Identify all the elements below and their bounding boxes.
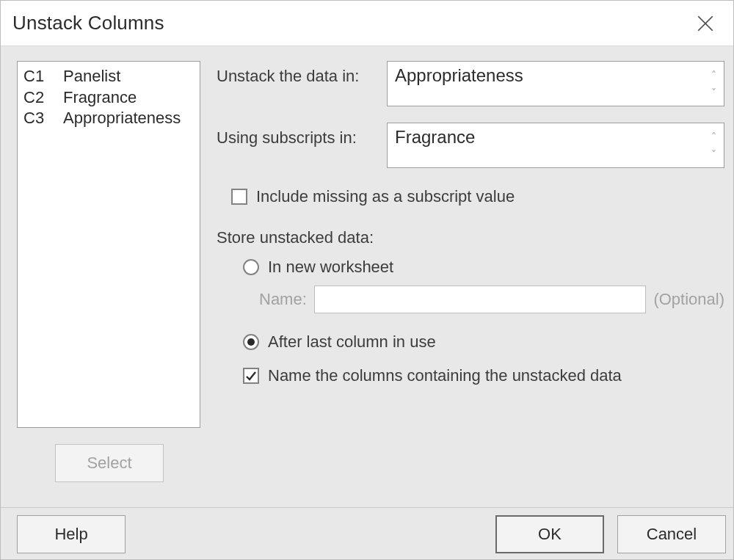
subscripts-value: Fragrance — [395, 127, 475, 147]
subscripts-row: Using subscripts in: Fragrance ˄ ˅ — [217, 123, 724, 168]
unstack-columns-dialog: Unstack Columns C1 Panelist C2 Fragrance — [0, 0, 734, 560]
column-list-item[interactable]: C1 Panelist — [23, 66, 194, 87]
optional-label: (Optional) — [653, 290, 724, 309]
unstack-input[interactable]: Appropriateness ˄ ˅ — [387, 61, 724, 106]
chevron-up-icon[interactable]: ˄ — [711, 70, 716, 80]
spinner-icon[interactable]: ˄ ˅ — [706, 65, 721, 103]
column-name: Panelist — [63, 66, 120, 87]
column-id: C2 — [23, 87, 50, 109]
name-label: Name: — [259, 290, 307, 309]
chevron-up-icon[interactable]: ˄ — [711, 131, 716, 142]
store-label: Store unstacked data: — [217, 228, 724, 247]
column-list[interactable]: C1 Panelist C2 Fragrance C3 Appropriaten… — [17, 61, 200, 428]
column-list-item[interactable]: C3 Appropriateness — [23, 108, 194, 129]
store-after-last-radio[interactable] — [243, 334, 259, 350]
subscripts-input[interactable]: Fragrance ˄ ˅ — [387, 123, 724, 168]
store-new-worksheet-row[interactable]: In new worksheet — [243, 258, 724, 277]
titlebar: Unstack Columns — [1, 1, 733, 46]
unstack-row: Unstack the data in: Appropriateness ˄ ˅ — [217, 61, 724, 106]
name-columns-row[interactable]: Name the columns containing the unstacke… — [243, 366, 724, 385]
store-after-last-row[interactable]: After last column in use — [243, 332, 724, 352]
spinner-icon[interactable]: ˄ ˅ — [706, 126, 721, 164]
column-name: Fragrance — [63, 87, 137, 109]
dialog-body: C1 Panelist C2 Fragrance C3 Appropriaten… — [1, 46, 733, 482]
new-worksheet-name-row: Name: (Optional) — [259, 286, 724, 313]
left-panel: C1 Panelist C2 Fragrance C3 Appropriaten… — [17, 61, 200, 482]
store-new-worksheet-label: In new worksheet — [268, 258, 393, 277]
store-new-worksheet-radio[interactable] — [243, 259, 259, 275]
chevron-down-icon[interactable]: ˅ — [711, 149, 716, 159]
name-columns-checkbox[interactable] — [243, 368, 259, 384]
unstack-label: Unstack the data in: — [217, 61, 379, 86]
subscripts-label: Using subscripts in: — [217, 123, 379, 148]
name-columns-label: Name the columns containing the unstacke… — [268, 366, 622, 385]
select-button: Select — [55, 444, 164, 482]
help-button[interactable]: Help — [17, 515, 126, 553]
include-missing-label: Include missing as a subscript value — [256, 187, 515, 206]
cancel-button[interactable]: Cancel — [617, 515, 726, 553]
close-button[interactable] — [685, 3, 726, 44]
column-name: Appropriateness — [63, 108, 181, 129]
include-missing-checkbox[interactable] — [231, 189, 247, 205]
include-missing-row[interactable]: Include missing as a subscript value — [231, 187, 724, 206]
store-after-last-label: After last column in use — [268, 332, 436, 352]
column-id: C3 — [23, 108, 50, 129]
ok-button[interactable]: OK — [495, 515, 604, 553]
chevron-down-icon[interactable]: ˅ — [711, 87, 716, 98]
dialog-title: Unstack Columns — [12, 12, 164, 34]
column-list-item[interactable]: C2 Fragrance — [23, 87, 194, 109]
new-worksheet-name-input[interactable] — [314, 286, 647, 313]
close-icon — [696, 14, 715, 33]
unstack-value: Appropriateness — [395, 65, 523, 85]
column-id: C1 — [23, 66, 50, 87]
bottom-bar: Help OK Cancel — [1, 507, 733, 559]
right-panel: Unstack the data in: Appropriateness ˄ ˅… — [217, 61, 724, 482]
